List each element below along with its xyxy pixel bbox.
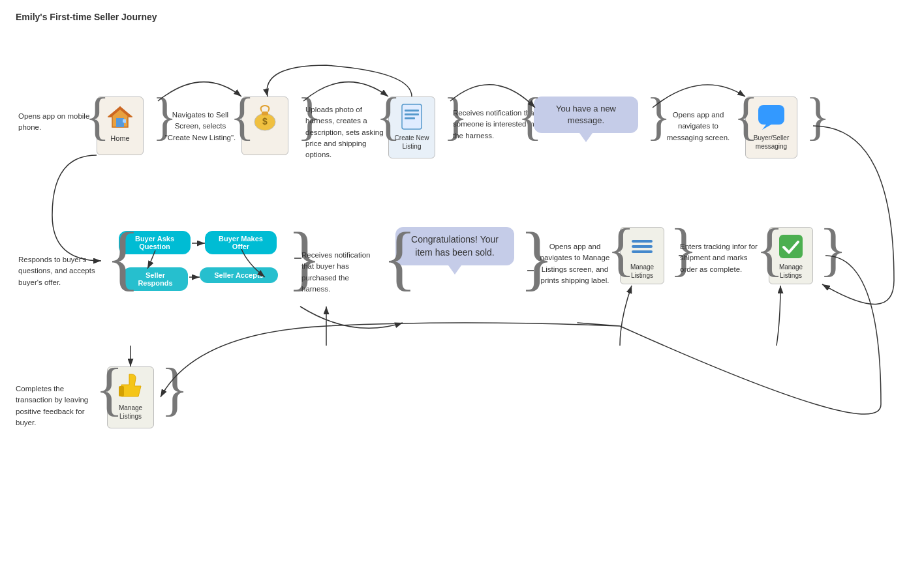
- svg-rect-14: [758, 105, 784, 125]
- brace-r1g2-open: {: [230, 90, 254, 142]
- row3-step1-desc: Completes the transaction by leaving pos…: [16, 383, 94, 428]
- brace-r2g1-open: {: [106, 222, 140, 293]
- brace-r3g1-open: {: [95, 360, 123, 419]
- row1-step3-desc: Uploads photo of harness, creates a desc…: [305, 104, 387, 160]
- row2-step2-desc: Receives notification that buyer has pur…: [301, 250, 380, 295]
- brace-r3g1-close: }: [161, 360, 189, 419]
- messaging-icon: [757, 102, 786, 131]
- row1-step2-desc: Navigates to Sell Screen, selects "Creat…: [164, 110, 236, 143]
- brace-r1g5-close: }: [805, 90, 830, 142]
- brace-r2g3-open: {: [607, 220, 635, 279]
- svg-rect-10: [402, 104, 422, 129]
- home-card-label: Home: [110, 134, 129, 143]
- brace-r2g2-open: {: [382, 222, 417, 293]
- brace-r1g3-open: {: [376, 90, 401, 142]
- svg-marker-15: [762, 125, 771, 130]
- row2-step3-desc: Opens app and navigates to Manage Listin…: [532, 241, 617, 286]
- svg-rect-13: [405, 117, 415, 119]
- row2-step4-desc: Enters tracking infor for shipment and m…: [680, 241, 762, 275]
- row2-step1-desc: Responds to buyer's questions, and accep…: [18, 254, 97, 288]
- seller-accepts-bubble: Seller Accepts: [200, 267, 278, 283]
- svg-text:$: $: [262, 116, 268, 127]
- brace-r1g5-open: {: [733, 90, 758, 142]
- row1-step5-desc: Opens app and navigates to messaging scr…: [659, 110, 737, 143]
- brace-r1g4-open: {: [517, 90, 542, 142]
- row1-step1-desc: Opens app on mobile phone.: [18, 111, 90, 134]
- brace-r1g1-open: {: [85, 90, 110, 142]
- svg-rect-12: [405, 113, 419, 115]
- money-bag-icon: $: [251, 102, 279, 131]
- home-icon: [106, 102, 134, 131]
- buyer-makes-bubble: Buyer Makes Offer: [205, 231, 277, 254]
- page-title: Emily's First-time Seller Journey: [16, 12, 157, 22]
- svg-rect-6: [123, 119, 126, 123]
- brace-r2g4-close: }: [819, 220, 847, 279]
- new-message-bubble: You have a new message.: [534, 97, 638, 133]
- svg-rect-11: [405, 110, 419, 112]
- listing-icon: [397, 102, 426, 131]
- svg-rect-8: [262, 112, 268, 115]
- brace-r2g4-open: {: [756, 220, 784, 279]
